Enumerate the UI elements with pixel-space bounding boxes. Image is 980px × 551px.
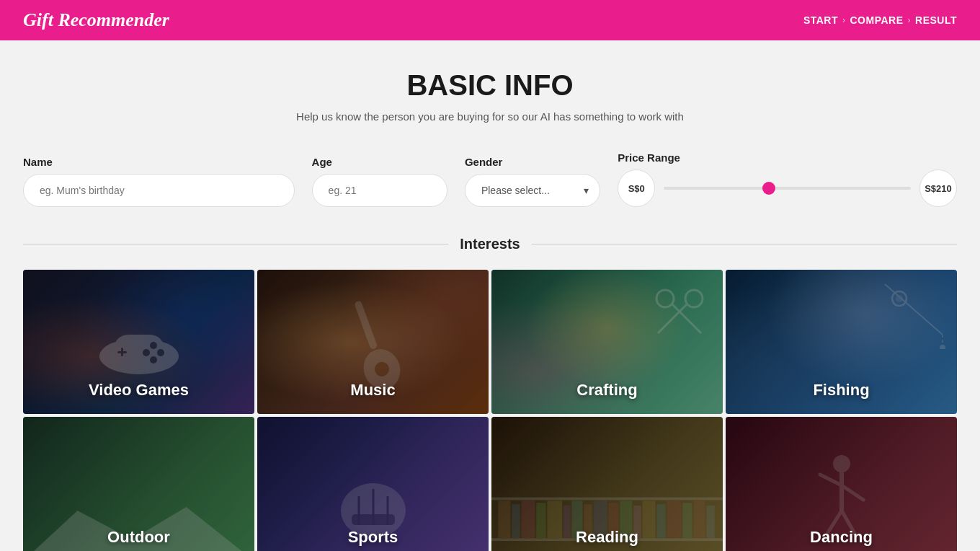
interests-title: Interests bbox=[460, 236, 520, 252]
interests-grid: Video Games Music bbox=[23, 270, 957, 551]
interest-card-reading[interactable]: Reading bbox=[491, 417, 723, 551]
age-input[interactable] bbox=[312, 174, 447, 207]
interest-card-music[interactable]: Music bbox=[257, 270, 489, 414]
gender-select[interactable]: Please select... Male Female Non-binary … bbox=[465, 174, 600, 207]
card-label-crafting: Crafting bbox=[491, 381, 723, 400]
interest-card-crafting[interactable]: Crafting bbox=[491, 270, 723, 414]
age-label: Age bbox=[312, 156, 447, 168]
card-label-outdoor: Outdoor bbox=[23, 528, 254, 547]
nav-compare[interactable]: COMPARE bbox=[850, 14, 904, 26]
interests-line-left bbox=[23, 244, 448, 245]
card-label-video-games: Video Games bbox=[23, 381, 254, 400]
gender-label: Gender bbox=[465, 156, 600, 168]
name-group: Name bbox=[23, 156, 295, 207]
page-title: BASIC INFO bbox=[23, 69, 957, 102]
card-label-fishing: Fishing bbox=[726, 381, 957, 400]
age-group: Age bbox=[312, 156, 447, 207]
gender-group: Gender Please select... Male Female Non-… bbox=[465, 156, 600, 207]
interest-card-dancing[interactable]: Dancing bbox=[726, 417, 957, 551]
interest-card-outdoor[interactable]: Outdoor bbox=[23, 417, 254, 551]
interest-card-video-games[interactable]: Video Games bbox=[23, 270, 254, 414]
interests-line-right bbox=[532, 244, 957, 245]
name-input[interactable] bbox=[23, 174, 295, 207]
nav-result[interactable]: RESULT bbox=[915, 14, 957, 26]
nav-start[interactable]: START bbox=[803, 14, 838, 26]
price-range-row: S$0 S$210 bbox=[618, 169, 957, 207]
card-label-dancing: Dancing bbox=[726, 528, 957, 547]
logo: Gift Recommender bbox=[23, 9, 169, 31]
card-label-sports: Sports bbox=[257, 528, 489, 547]
page-subtitle: Help us know the person you are buying f… bbox=[23, 110, 957, 123]
nav-separator-1: › bbox=[842, 15, 846, 25]
price-max-badge: S$210 bbox=[919, 169, 957, 207]
price-range-group: Price Range S$0 S$210 bbox=[618, 151, 957, 207]
price-range-slider[interactable] bbox=[664, 187, 911, 190]
price-range-label: Price Range bbox=[618, 151, 957, 164]
interests-header: Interests bbox=[23, 236, 957, 252]
interest-card-fishing[interactable]: Fishing bbox=[726, 270, 957, 414]
header: Gift Recommender START › COMPARE › RESUL… bbox=[0, 0, 980, 40]
interest-card-sports[interactable]: Sports bbox=[257, 417, 489, 551]
form-row: Name Age Gender Please select... Male Fe… bbox=[23, 151, 957, 207]
price-min-badge: S$0 bbox=[618, 169, 655, 207]
name-label: Name bbox=[23, 156, 295, 168]
nav-separator-2: › bbox=[908, 15, 912, 25]
gender-select-wrapper: Please select... Male Female Non-binary … bbox=[465, 174, 600, 207]
card-label-reading: Reading bbox=[491, 528, 723, 547]
main-content: BASIC INFO Help us know the person you a… bbox=[0, 40, 980, 551]
card-label-music: Music bbox=[257, 381, 489, 400]
nav: START › COMPARE › RESULT bbox=[803, 14, 957, 26]
